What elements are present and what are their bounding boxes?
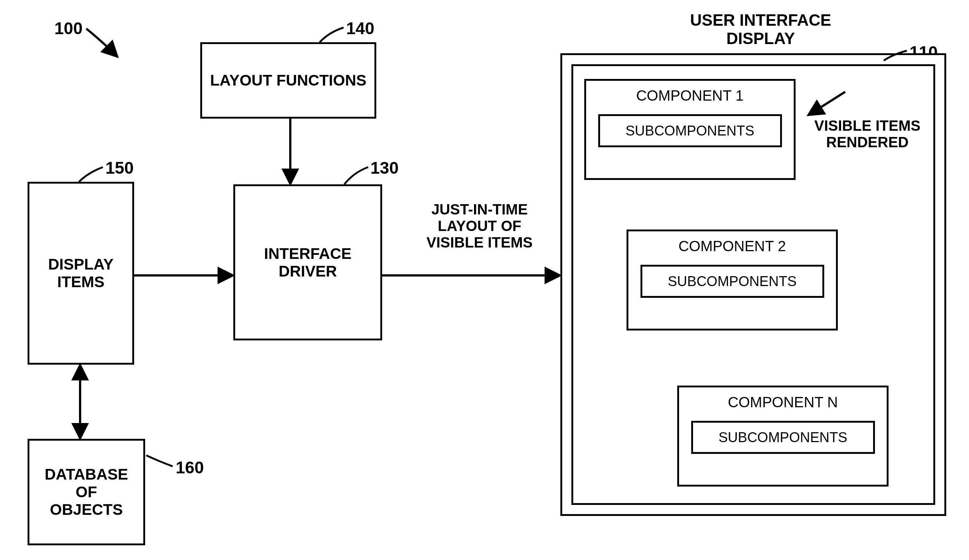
component-2-sub: SUBCOMPONENTS [641,265,824,298]
component-1-sub-label: SUBCOMPONENTS [625,123,754,139]
ref-100: 100 [54,18,83,38]
database-label: DATABASE OF OBJECTS [45,465,128,518]
component-n-sub: SUBCOMPONENTS [691,421,875,454]
layout-functions-label: LAYOUT FUNCTIONS [210,71,366,89]
rendered-label: VISIBLE ITEMS RENDERED [806,118,929,151]
component-1-box: COMPONENT 1 SUBCOMPONENTS [584,79,796,180]
ui-display-title: USER INTERFACE DISPLAY [669,11,852,48]
ref-140: 140 [346,18,375,38]
display-items-box: DISPLAY ITEMS [28,182,134,365]
database-box: DATABASE OF OBJECTS [28,439,145,545]
component-1-title: COMPONENT 1 [586,87,794,104]
component-n-title: COMPONENT N [679,394,887,410]
component-2-box: COMPONENT 2 SUBCOMPONENTS [626,229,838,331]
arrow-label: JUST-IN-TIME LAYOUT OF VISIBLE ITEMS [411,201,548,251]
component-2-title: COMPONENT 2 [628,238,836,254]
ref-130: 130 [370,158,399,178]
ref-150: 150 [105,158,134,178]
ref-160: 160 [176,457,204,477]
layout-functions-box: LAYOUT FUNCTIONS [200,42,376,119]
component-n-box: COMPONENT N SUBCOMPONENTS [677,386,889,487]
interface-driver-box: INTERFACE DRIVER [233,184,382,341]
interface-driver-label: INTERFACE DRIVER [264,245,351,280]
display-items-label: DISPLAY ITEMS [48,256,113,291]
component-2-sub-label: SUBCOMPONENTS [668,274,796,289]
diagram-canvas: 100 140 150 130 160 110 120 LAYOUT FUNCT… [0,0,969,560]
component-1-sub: SUBCOMPONENTS [598,114,782,147]
component-n-sub-label: SUBCOMPONENTS [718,430,847,445]
